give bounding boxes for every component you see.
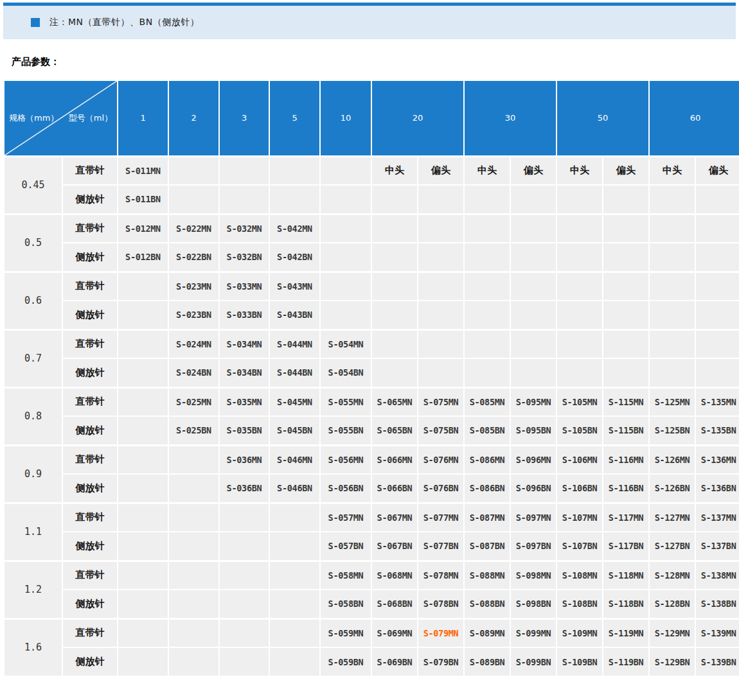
empty-cell [603, 243, 649, 272]
model-code-cell: S-054MN [320, 329, 371, 358]
model-code-cell: S-068MN [371, 561, 418, 590]
subheader-cell: 偏头 [510, 156, 556, 185]
model-code-cell: S-035MN [219, 387, 269, 416]
corner-labels: 规格（mm） 型号（ml） [4, 112, 117, 124]
model-code-cell: S-095BN [510, 416, 556, 445]
model-code-cell: S-067BN [371, 532, 418, 561]
empty-cell [464, 329, 510, 358]
model-code-cell: S-078MN [418, 561, 464, 590]
model-code-cell: S-128BN [649, 590, 695, 618]
empty-cell [464, 243, 510, 272]
needle-type-cell: 直带针 [62, 214, 118, 243]
empty-cell [168, 474, 219, 503]
empty-cell [168, 532, 219, 561]
empty-cell [118, 272, 168, 301]
empty-cell [371, 301, 418, 329]
model-code-cell: S-109MN [556, 618, 603, 647]
model-code-cell: S-107MN [556, 503, 603, 532]
empty-cell [695, 358, 739, 387]
model-code-cell: S-066BN [371, 474, 418, 503]
model-code-cell: S-077MN [418, 503, 464, 532]
empty-cell [219, 590, 269, 618]
model-code-cell: S-045MN [269, 387, 320, 416]
column-header-50ml: 50 [556, 80, 649, 156]
model-code-cell: S-129BN [649, 647, 695, 676]
table-row: 侧放针S-012BNS-022BNS-032BNS-042BN [4, 243, 739, 272]
model-code-cell: S-127BN [649, 532, 695, 561]
empty-cell [219, 561, 269, 590]
needle-type-cell: 直带针 [62, 387, 118, 416]
model-code-cell: S-126MN [649, 445, 695, 474]
model-code-cell: S-106BN [556, 474, 603, 503]
column-header-3ml: 3 [219, 80, 269, 156]
model-code-cell: S-043MN [269, 272, 320, 301]
model-code-cell: S-089BN [464, 647, 510, 676]
model-code-cell: S-099MN [510, 618, 556, 647]
model-code-cell: S-057BN [320, 532, 371, 561]
empty-cell [118, 445, 168, 474]
model-code-cell: S-095MN [510, 387, 556, 416]
empty-cell [371, 272, 418, 301]
model-code-cell: S-125MN [649, 387, 695, 416]
empty-cell [556, 329, 603, 358]
model-code-cell: S-012BN [118, 243, 168, 272]
model-code-cell: S-058MN [320, 561, 371, 590]
model-code-cell: S-139BN [695, 647, 739, 676]
empty-cell [556, 185, 603, 214]
empty-cell [118, 647, 168, 676]
model-code-cell: S-033BN [219, 301, 269, 329]
model-code-cell: S-022MN [168, 214, 219, 243]
model-code-cell: S-125BN [649, 416, 695, 445]
model-code-cell: S-044BN [269, 358, 320, 387]
table-row: 0.7直带针S-024MNS-034MNS-044MNS-054MN [4, 329, 739, 358]
empty-cell [118, 416, 168, 445]
spec-size-cell: 1.1 [4, 503, 62, 561]
needle-type-cell: 侧放针 [62, 532, 118, 561]
needle-type-cell: 直带针 [62, 272, 118, 301]
model-code-cell: S-011BN [118, 185, 168, 214]
model-code-cell: S-087BN [464, 532, 510, 561]
needle-type-cell: 直带针 [62, 503, 118, 532]
empty-cell [269, 561, 320, 590]
empty-cell [168, 647, 219, 676]
model-code-cell: S-128MN [649, 561, 695, 590]
model-code-cell: S-032MN [219, 214, 269, 243]
table-row: 0.8直带针S-025MNS-035MNS-045MNS-055MNS-065M… [4, 387, 739, 416]
spec-size-cell: 0.6 [4, 272, 62, 329]
empty-cell [320, 214, 371, 243]
model-code-cell: S-137BN [695, 532, 739, 561]
empty-cell [168, 185, 219, 214]
model-code-cell: S-115BN [603, 416, 649, 445]
empty-cell [603, 329, 649, 358]
spec-size-cell: 0.45 [4, 156, 62, 214]
subheader-cell: 中头 [556, 156, 603, 185]
empty-cell [649, 185, 695, 214]
empty-cell [371, 243, 418, 272]
empty-cell [649, 243, 695, 272]
model-code-cell: S-115MN [603, 387, 649, 416]
model-code-cell: S-043BN [269, 301, 320, 329]
model-code-cell: S-011MN [118, 156, 168, 185]
empty-cell [510, 243, 556, 272]
spec-size-cell: 0.9 [4, 445, 62, 503]
empty-cell [510, 358, 556, 387]
empty-cell [649, 214, 695, 243]
empty-cell [556, 358, 603, 387]
empty-cell [168, 618, 219, 647]
subheader-cell: 偏头 [695, 156, 739, 185]
table-row: 侧放针S-024BNS-034BNS-044BNS-054BN [4, 358, 739, 387]
empty-cell [695, 272, 739, 301]
needle-type-cell: 直带针 [62, 445, 118, 474]
empty-cell [649, 301, 695, 329]
model-code-cell: S-097MN [510, 503, 556, 532]
model-code-cell: S-032BN [219, 243, 269, 272]
model-code-cell: S-036BN [219, 474, 269, 503]
empty-cell [269, 503, 320, 532]
model-code-cell: S-117MN [603, 503, 649, 532]
model-code-cell: S-098MN [510, 561, 556, 590]
column-header-20ml: 20 [371, 80, 464, 156]
empty-cell [320, 185, 371, 214]
model-code-cell: S-045BN [269, 416, 320, 445]
note-text: 注：MN（直带针）、BN（侧放针） [49, 17, 199, 28]
model-code-cell: S-136MN [695, 445, 739, 474]
